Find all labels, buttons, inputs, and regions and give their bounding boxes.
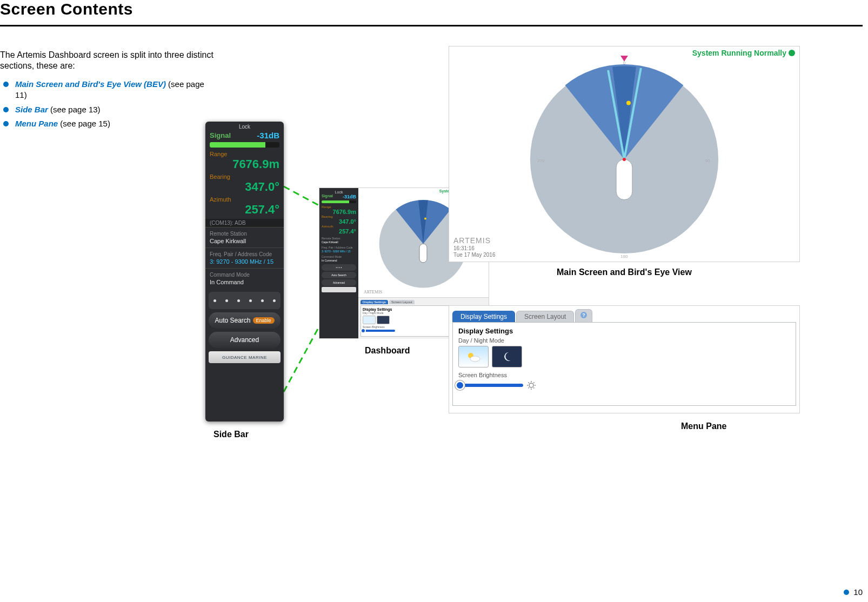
bullet-link: Menu Pane xyxy=(15,119,58,128)
svg-line-30 xyxy=(529,387,530,389)
bev-panel: System Running Normally 090180270 ARTEMI… xyxy=(449,46,800,262)
signal-label: Signal xyxy=(210,131,231,139)
caption-dashboard: Dashboard xyxy=(365,346,410,356)
svg-text:0: 0 xyxy=(623,61,626,65)
status-dot-icon xyxy=(789,50,795,56)
com-port: (COM13): ADB xyxy=(205,219,284,227)
system-status: System Running Normally xyxy=(692,49,795,57)
moon-icon xyxy=(499,350,515,363)
tab-display-settings[interactable]: Display Settings xyxy=(452,311,515,322)
cmd-mode-value: In Command xyxy=(210,279,279,285)
day-mode-button[interactable] xyxy=(458,346,489,367)
brightness-label: Screen Brightness xyxy=(458,372,790,378)
svg-point-12 xyxy=(623,158,626,161)
tab-help[interactable]: ? xyxy=(575,309,592,322)
svg-line-31 xyxy=(533,383,535,384)
auto-search-label: Auto Search xyxy=(215,317,250,324)
page-number: 10 xyxy=(853,587,863,597)
bullet-bev: Main Screen and Bird's Eye View (BEV) (s… xyxy=(0,79,213,101)
azimuth-value: 257.4° xyxy=(205,203,284,219)
auto-search-button[interactable]: Auto SearchEnable xyxy=(209,312,281,329)
daynight-label: Day / Night Mode xyxy=(458,337,790,344)
svg-text:180: 180 xyxy=(620,254,628,259)
azimuth-label: Azimuth xyxy=(205,196,284,203)
bullet-link: Side Bar xyxy=(15,105,48,114)
bullet-menupane: Menu Pane (see page 15) xyxy=(0,118,213,129)
lock-label: Lock xyxy=(205,122,284,130)
dash-sidebar: Lock Signal-31dB Range7676.9m Bearing347… xyxy=(319,188,358,338)
svg-rect-5 xyxy=(419,244,427,263)
svg-line-0 xyxy=(284,186,319,205)
slider-knob[interactable] xyxy=(455,380,465,390)
range-value: 7676.9m xyxy=(205,157,284,173)
remote-station-value: Cape Kirkwall xyxy=(210,238,279,244)
bearing-label: Bearing xyxy=(205,173,284,180)
night-mode-button[interactable] xyxy=(492,346,522,367)
bullet-sidebar: Side Bar (see page 13) xyxy=(0,104,213,115)
bullet-ref: (see page 15) xyxy=(58,119,110,128)
page-title: Screen Contents xyxy=(0,0,133,18)
advanced-label: Advanced xyxy=(230,336,259,344)
bearing-value: 347.0° xyxy=(205,180,284,196)
svg-point-13 xyxy=(626,101,631,105)
tab-screen-layout[interactable]: Screen Layout xyxy=(516,311,574,322)
svg-line-29 xyxy=(533,387,535,389)
bullet-link: Main Screen and Bird's Eye View (BEV) xyxy=(15,79,166,89)
page-footer: 10 xyxy=(844,587,863,597)
svg-text:ARTEMIS: ARTEMIS xyxy=(364,290,382,295)
cmd-mode-label: Command Mode xyxy=(210,272,279,278)
nav-dots-button[interactable] xyxy=(209,292,281,309)
footer-bullet-icon xyxy=(844,590,849,595)
signal-bar xyxy=(210,142,279,148)
svg-text:90: 90 xyxy=(705,158,710,163)
svg-text:?: ? xyxy=(583,312,586,318)
advanced-button[interactable]: Advanced xyxy=(209,332,281,348)
svg-point-6 xyxy=(424,218,426,220)
caption-sidebar: Side Bar xyxy=(213,430,249,439)
signal-value: -31dB xyxy=(257,131,279,140)
bev-brand: ARTEMIS 16:31:16 Tue 17 May 2016 xyxy=(453,236,495,258)
freq-label: Freq. Pair / Address Code xyxy=(210,251,279,257)
svg-point-22 xyxy=(470,356,480,362)
caption-bev: Main Screen and Bird's Eye View xyxy=(557,267,692,277)
menu-pane-panel: Display Settings Screen Layout ? Display… xyxy=(449,305,800,413)
brightness-icon xyxy=(526,380,536,390)
svg-line-1 xyxy=(284,327,319,392)
enable-pill: Enable xyxy=(253,317,275,324)
svg-point-23 xyxy=(529,383,533,387)
menu-heading: Display Settings xyxy=(458,327,790,335)
brand-badge: GUIDANCE MARINE xyxy=(209,351,281,363)
intro-text: The Artemis Dashboard screen is split in… xyxy=(0,50,213,71)
sun-cloud-icon xyxy=(465,350,482,363)
svg-text:270: 270 xyxy=(537,158,545,163)
remote-station-label: Remote Station xyxy=(210,231,279,237)
svg-line-28 xyxy=(529,383,530,384)
bullet-ref: (see page 13) xyxy=(48,105,101,114)
svg-rect-11 xyxy=(616,159,632,200)
caption-menupane: Menu Pane xyxy=(681,422,726,431)
help-icon: ? xyxy=(580,311,587,319)
section-bullets: Main Screen and Bird's Eye View (BEV) (s… xyxy=(0,76,213,132)
brightness-slider[interactable] xyxy=(458,380,790,390)
sidebar-panel: Lock Signal -31dB Range7676.9m Bearing34… xyxy=(205,122,284,422)
freq-value: 3: 9270 - 9300 MHz / 15 xyxy=(210,258,279,265)
title-rule xyxy=(0,25,863,26)
range-label: Range xyxy=(205,151,284,157)
